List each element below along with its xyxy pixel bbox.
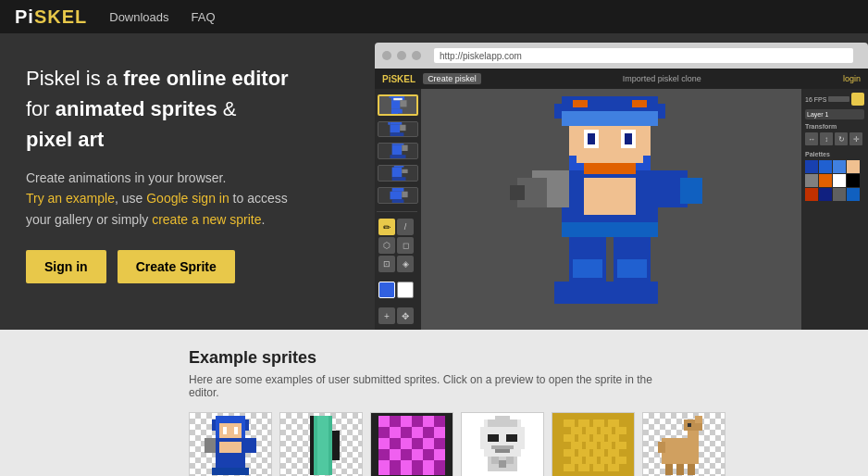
hero-buttons: Sign in Create Sprite — [26, 250, 340, 283]
svg-rect-86 — [434, 427, 445, 438]
rotate-tool[interactable]: ↻ — [835, 132, 848, 145]
palette-color-12[interactable] — [847, 188, 860, 201]
palette-color-7[interactable] — [833, 174, 846, 187]
frame-2[interactable] — [378, 121, 418, 138]
svg-rect-82 — [390, 427, 401, 438]
piskel-canvas[interactable] — [421, 89, 801, 330]
svg-rect-124 — [586, 427, 597, 434]
flip-h-tool[interactable]: ↔ — [805, 132, 818, 145]
hero-section: Piskel is a free online editor for anima… — [0, 33, 868, 330]
palette-color-1[interactable] — [805, 160, 818, 173]
nav-faq[interactable]: FAQ — [192, 10, 216, 24]
select-tool[interactable]: ⊡ — [378, 256, 395, 272]
svg-rect-1 — [390, 94, 391, 98]
create-sprite-button[interactable]: Create Sprite — [118, 250, 235, 283]
svg-rect-138 — [608, 449, 619, 457]
eyedropper-tool[interactable]: ◈ — [397, 256, 414, 272]
secondary-color[interactable] — [397, 282, 414, 298]
zoom-in-tool[interactable]: + — [378, 307, 395, 324]
pencil-tool[interactable]: ✏ — [378, 219, 395, 235]
transform-title: Transform — [805, 123, 864, 130]
google-signin-link[interactable]: Google sign in — [146, 191, 229, 206]
svg-rect-146 — [608, 464, 619, 471]
svg-rect-75 — [378, 416, 390, 427]
svg-rect-79 — [423, 416, 434, 427]
hero-subtext: Create animations in your browser. Try a… — [26, 168, 340, 230]
svg-rect-96 — [412, 449, 423, 460]
svg-rect-3 — [393, 98, 403, 100]
palette-color-4[interactable] — [847, 160, 860, 173]
transform-tools: ↔ ↕ ↻ ✛ — [805, 132, 864, 145]
palette-color-5[interactable] — [805, 174, 818, 187]
sprite-thumb-panda[interactable] — [279, 412, 363, 476]
try-example-link[interactable]: Try an example — [26, 191, 115, 206]
palette-color-10[interactable] — [819, 188, 832, 201]
fps-input[interactable] — [851, 93, 864, 106]
svg-rect-80 — [434, 416, 445, 427]
sprite-thumb-pattern[interactable] — [370, 412, 453, 476]
sign-in-button[interactable]: Sign in — [26, 250, 106, 283]
frame-5[interactable] — [378, 187, 418, 204]
examples-title: Example sprites — [189, 348, 679, 368]
sprites-row: Megaman ✎ — [189, 412, 679, 476]
flip-v-tool[interactable]: ↕ — [820, 132, 833, 145]
svg-rect-85 — [423, 427, 434, 438]
piskel-create-btn[interactable]: Create piskel — [423, 73, 481, 84]
svg-rect-109 — [488, 434, 499, 442]
megaman-sprite-large — [510, 89, 713, 330]
tools-panel: ✏ / ⬡ ◻ ⊡ ◈ — [377, 217, 419, 274]
svg-rect-77 — [401, 416, 412, 427]
palette-color-3[interactable] — [833, 160, 846, 173]
piskel-inner-title: Imported piskel clone — [489, 74, 836, 83]
svg-rect-107 — [521, 427, 525, 449]
svg-rect-50 — [573, 259, 602, 278]
sprite-item-pattern: Pattern ✎ — [370, 412, 453, 476]
svg-rect-114 — [506, 457, 514, 464]
sprite-thumb-megaman[interactable] — [189, 412, 272, 476]
piskel-login-link[interactable]: login — [843, 74, 861, 83]
svg-rect-73 — [332, 431, 340, 460]
pattern-thumb-svg — [378, 416, 445, 475]
piskel-inner-nav: PiSKEL Create piskel Imported piskel clo… — [375, 69, 868, 89]
line-tool[interactable]: / — [397, 219, 414, 235]
palette-color-2[interactable] — [819, 160, 832, 173]
svg-rect-100 — [390, 460, 401, 475]
sprite-thumb-llama[interactable] — [642, 412, 725, 476]
sprite-thumb-stormtrooper[interactable] — [461, 412, 544, 476]
piskel-right-sidebar: 16 FPS Layer 1 Transform ↔ ↕ ↻ ✛ — [801, 89, 868, 330]
pan-tool[interactable]: ✥ — [397, 307, 414, 324]
svg-rect-72 — [310, 416, 314, 475]
frame-1[interactable] — [378, 94, 418, 116]
llama-thumb-svg — [651, 416, 717, 475]
examples-description: Here are some examples of user submitted… — [189, 373, 679, 399]
svg-rect-142 — [615, 457, 626, 464]
fill-tool[interactable]: ⬡ — [378, 237, 395, 254]
palette-color-6[interactable] — [819, 174, 832, 187]
primary-color[interactable] — [378, 282, 395, 298]
svg-rect-145 — [593, 464, 604, 471]
svg-rect-49 — [606, 282, 658, 304]
svg-rect-63 — [205, 438, 216, 453]
eraser-tool[interactable]: ◻ — [397, 237, 414, 254]
browser-mockup: http://piskelapp.com PiSKEL Create piske… — [375, 43, 868, 330]
svg-rect-130 — [608, 434, 619, 442]
frame-4[interactable] — [378, 165, 418, 182]
palette-color-9[interactable] — [805, 188, 818, 201]
sprite-thumb-snakes[interactable] — [552, 412, 635, 476]
svg-rect-116 — [488, 420, 517, 427]
fps-label: 16 FPS — [805, 96, 826, 103]
palettes-title: Palettes — [805, 151, 864, 157]
nav-downloads[interactable]: Downloads — [109, 10, 168, 24]
svg-rect-35 — [588, 133, 595, 144]
fps-slider[interactable] — [828, 96, 849, 102]
svg-rect-113 — [491, 457, 499, 464]
palette-color-11[interactable] — [833, 188, 846, 201]
svg-rect-95 — [401, 449, 412, 460]
palette-color-8[interactable] — [847, 174, 860, 187]
svg-rect-51 — [617, 259, 647, 278]
frame-3[interactable] — [378, 143, 418, 159]
svg-rect-18 — [394, 165, 404, 168]
create-sprite-link[interactable]: create a new sprite — [152, 212, 261, 227]
svg-rect-143 — [564, 464, 575, 471]
move-tool[interactable]: ✛ — [849, 132, 862, 145]
